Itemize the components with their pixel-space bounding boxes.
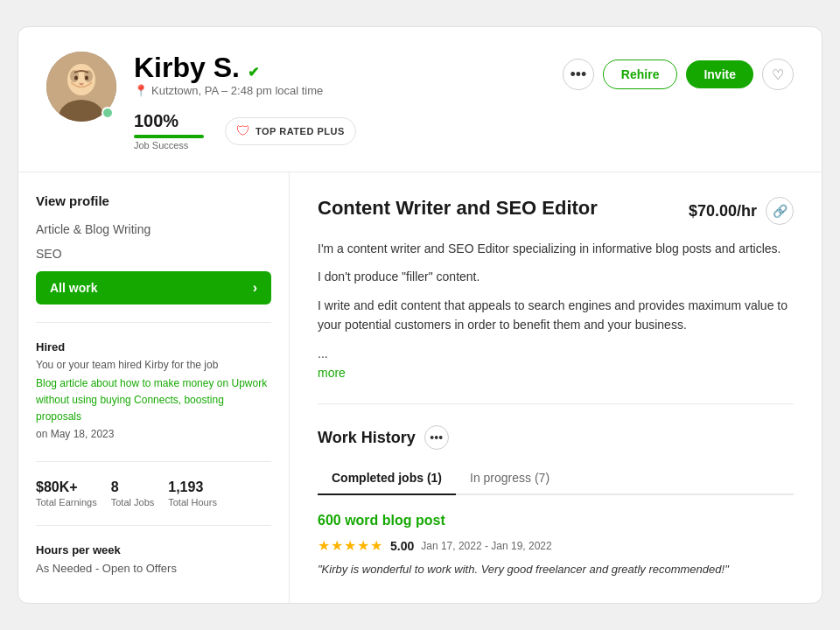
hired-title: Hired xyxy=(36,340,271,354)
rate-wrap: $70.00/hr 🔗 xyxy=(689,197,794,225)
all-work-button[interactable]: All work › xyxy=(36,271,271,304)
rating-value: 5.00 xyxy=(390,539,414,553)
jobs-label: Total Jobs xyxy=(111,497,155,508)
online-indicator xyxy=(102,107,114,119)
job-success-percent: 100% xyxy=(134,111,204,131)
sidebar: View profile Article & Blog Writing SEO … xyxy=(18,172,290,603)
hired-job-link[interactable]: Blog article about how to make money on … xyxy=(36,377,267,423)
arrow-right-icon: › xyxy=(253,280,257,296)
stat-earnings: $80K+ Total Earnings xyxy=(36,480,97,508)
hours-section: Hours per week As Needed - Open to Offer… xyxy=(36,543,271,575)
bio-line-2: I don't produce "filler" content. xyxy=(318,267,794,286)
job-success-bar-fill xyxy=(134,135,204,138)
tab-in-progress[interactable]: In progress (7) xyxy=(456,464,564,495)
hours-label: Total Hours xyxy=(168,497,217,508)
bio-line-3: I write and edit content that appeals to… xyxy=(318,296,794,335)
bio-ellipsis: ... more xyxy=(318,344,794,383)
hours-per-week-title: Hours per week xyxy=(36,543,271,556)
sidebar-divider-3 xyxy=(36,525,271,526)
hired-date: on May 18, 2023 xyxy=(36,428,271,440)
sidebar-item-article-blog[interactable]: Article & Blog Writing xyxy=(36,222,271,236)
shield-icon: 🛡 xyxy=(236,123,250,139)
earnings-label: Total Earnings xyxy=(36,497,97,508)
star-rating-icon: ★★★★★ xyxy=(318,537,383,554)
hired-desc: You or your team hired Kirby for the job xyxy=(36,359,271,371)
avatar-wrap xyxy=(46,52,116,122)
verified-icon: ✔ xyxy=(248,65,259,80)
invite-button[interactable]: Invite xyxy=(686,60,753,88)
job-meta: ★★★★★ 5.00 Jan 17, 2022 - Jan 19, 2022 xyxy=(318,537,794,554)
bio-section: I'm a content writer and SEO Editor spec… xyxy=(318,239,794,382)
stat-jobs: 8 Total Jobs xyxy=(111,480,155,508)
hours-per-week-value: As Needed - Open to Offers xyxy=(36,562,271,575)
profile-header-section: Kirby S. ✔ 📍 Kutztown, PA – 2:48 pm loca… xyxy=(18,27,822,172)
user-location: 📍 Kutztown, PA – 2:48 pm local time xyxy=(134,84,356,97)
sidebar-divider-1 xyxy=(36,322,271,323)
badge-text: TOP RATED PLUS xyxy=(256,126,345,136)
all-work-label: All work xyxy=(50,281,97,295)
hourly-rate: $70.00/hr xyxy=(689,202,757,220)
rehire-button[interactable]: Rehire xyxy=(603,60,678,89)
favorite-button[interactable]: ♡ xyxy=(762,59,794,90)
stats-row: $80K+ Total Earnings 8 Total Jobs 1,193 … xyxy=(36,480,271,508)
read-more-link[interactable]: more xyxy=(318,366,346,380)
more-options-button[interactable]: ••• xyxy=(563,59,594,90)
svg-point-5 xyxy=(74,76,78,80)
job-title-link[interactable]: 600 word blog post xyxy=(318,513,794,528)
work-history-title: Work History xyxy=(318,429,416,447)
work-history-options-button[interactable]: ••• xyxy=(424,425,449,450)
header-actions: ••• Rehire Invite ♡ xyxy=(563,59,794,90)
section-divider xyxy=(318,403,794,404)
location-pin-icon: 📍 xyxy=(134,84,148,97)
tab-completed-jobs[interactable]: Completed jobs (1) xyxy=(318,464,456,495)
hours-value: 1,193 xyxy=(168,480,217,495)
sidebar-divider-2 xyxy=(36,461,271,462)
profile-job-title: Content Writer and SEO Editor xyxy=(318,197,598,220)
main-content: Content Writer and SEO Editor $70.00/hr … xyxy=(290,172,822,603)
earnings-value: $80K+ xyxy=(36,480,97,495)
work-history-header: Work History ••• xyxy=(318,425,794,450)
job-date-range: Jan 17, 2022 - Jan 19, 2022 xyxy=(421,540,551,552)
top-rated-badge: 🛡 TOP RATED PLUS xyxy=(225,117,356,145)
user-info: Kirby S. ✔ 📍 Kutztown, PA – 2:48 pm loca… xyxy=(134,52,356,150)
profile-body: View profile Article & Blog Writing SEO … xyxy=(18,172,822,603)
bio-line-1: I'm a content writer and SEO Editor spec… xyxy=(318,239,794,258)
job-success-stat: 100% Job Success xyxy=(134,111,204,150)
job-success-label: Job Success xyxy=(134,140,204,150)
sidebar-item-seo[interactable]: SEO xyxy=(36,247,271,261)
sidebar-title: View profile xyxy=(36,193,271,208)
profile-card: Kirby S. ✔ 📍 Kutztown, PA – 2:48 pm loca… xyxy=(18,26,822,604)
copy-link-button[interactable]: 🔗 xyxy=(766,197,794,225)
job-review-text: "Kirby is wonderful to work with. Very g… xyxy=(318,561,794,578)
svg-point-6 xyxy=(85,76,88,80)
job-success-bar xyxy=(134,135,204,138)
header-stats: 100% Job Success 🛡 TOP RATED PLUS xyxy=(134,111,356,150)
hired-section: Hired You or your team hired Kirby for t… xyxy=(36,340,271,444)
header-left: Kirby S. ✔ 📍 Kutztown, PA – 2:48 pm loca… xyxy=(46,52,356,150)
work-history-tabs: Completed jobs (1) In progress (7) xyxy=(318,464,794,495)
user-name: Kirby S. ✔ xyxy=(134,52,356,84)
job-entry: 600 word blog post ★★★★★ 5.00 Jan 17, 20… xyxy=(318,513,794,578)
profile-title-row: Content Writer and SEO Editor $70.00/hr … xyxy=(318,197,794,225)
stat-hours: 1,193 Total Hours xyxy=(168,480,217,508)
jobs-value: 8 xyxy=(111,480,155,495)
